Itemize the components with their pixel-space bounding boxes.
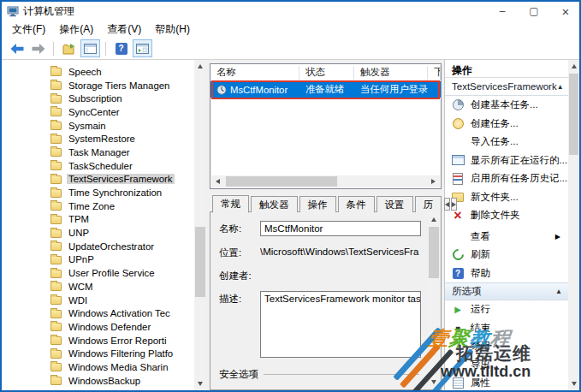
action-item[interactable]: 禁用 ▶	[445, 337, 568, 356]
action-item[interactable]: 导入任务... ▶	[445, 133, 568, 151]
tree-item[interactable]: Task Manager	[50, 146, 194, 159]
no-icon	[451, 135, 465, 149]
tree-scrollbar-thumb[interactable]	[195, 227, 205, 297]
actions-scrollbar[interactable]	[568, 60, 579, 390]
tree-item[interactable]: Windows Media Sharin	[50, 360, 194, 374]
action-item[interactable]: 新文件夹... ▶	[445, 188, 568, 207]
properties-scrollbar[interactable]	[428, 213, 440, 389]
field-name-label: 名称:	[219, 221, 260, 235]
tree-item[interactable]: TaskScheduler	[50, 159, 194, 173]
tree-item[interactable]: Windows Activation Tec	[50, 306, 194, 320]
forward-button[interactable]	[28, 39, 48, 57]
column-header-status[interactable]: 状态	[299, 66, 354, 80]
properties-tab[interactable]: 操作	[299, 196, 336, 212]
action-item[interactable]: 创建基本任务... ▶	[445, 96, 568, 115]
actions-section-folder-header[interactable]: TextServicesFramework ▲	[445, 78, 568, 96]
action-item[interactable]: 查看 ▶	[445, 228, 568, 246]
tree-item[interactable]: Subscription	[50, 92, 194, 105]
tree-item[interactable]: SyncCenter	[50, 105, 194, 119]
menu-item[interactable]: 文件(F)	[5, 22, 52, 37]
tab-scroll-left-icon[interactable]	[444, 198, 450, 211]
tree-item[interactable]: UpdateOrchestrator	[50, 240, 194, 253]
close-button[interactable]: ×	[552, 2, 579, 21]
export-list-button[interactable]	[59, 39, 79, 57]
task-list-hscrollbar[interactable]	[211, 175, 440, 187]
tree-item[interactable]: Windows Filtering Platfo	[50, 347, 194, 360]
collapse-icon[interactable]: ▲	[557, 83, 564, 91]
task-list: 名称 状态 触发器 下 MsCtfMonitor 准备就绪 当任何用户登录时	[210, 63, 442, 189]
tree-scrollbar[interactable]	[194, 60, 206, 390]
tree-item[interactable]: Time Zone	[50, 199, 194, 213]
folder-icon	[50, 270, 62, 278]
collapse-icon[interactable]: ▲	[555, 288, 562, 295]
action-item[interactable]: 属性 ▶	[445, 374, 568, 390]
action-item[interactable]: 运行 ▶	[445, 300, 568, 319]
tree-item[interactable]: Sysmain	[50, 119, 194, 133]
scroll-right-icon[interactable]	[427, 175, 440, 187]
tree-item[interactable]: User Profile Service	[50, 266, 194, 280]
column-header-next-run[interactable]: 下	[428, 66, 441, 80]
action-item[interactable]: 显示所有正在运行的... ▶	[445, 151, 568, 170]
tree-item[interactable]: Windows Error Reporti	[50, 334, 194, 347]
refresh-icon	[451, 248, 465, 262]
folder-icon	[50, 202, 62, 211]
actions-section-selected-title: 所选项	[452, 285, 482, 298]
actions-scrollbar-thumb[interactable]	[569, 74, 578, 155]
description-textarea[interactable]: TextServicesFramework monitor tas	[260, 291, 421, 358]
scroll-up-icon[interactable]	[568, 60, 579, 73]
scroll-down-icon[interactable]	[428, 376, 440, 389]
console-window-button[interactable]	[80, 39, 100, 57]
scroll-up-icon[interactable]	[194, 60, 206, 73]
tree-item[interactable]: Storage Tiers Managen	[50, 79, 194, 92]
tree-item[interactable]: TPM	[50, 213, 194, 227]
console-tree-panel: Speech Storage Tiers Managen Subscriptio…	[2, 60, 206, 390]
tree-item-label: SystemRestore	[67, 134, 137, 144]
tree-item[interactable]: SystemRestore	[50, 132, 194, 146]
back-button[interactable]	[7, 39, 27, 57]
name-input[interactable]: MsCtfMonitor	[260, 221, 421, 236]
tree-item[interactable]: WDI	[50, 294, 194, 307]
column-header-name[interactable]: 名称	[210, 66, 299, 80]
menu-item[interactable]: 操作(A)	[52, 22, 100, 37]
tree-item[interactable]: UPnP	[50, 253, 194, 267]
task-row-msctfmonitor[interactable]: MsCtfMonitor 准备就绪 当任何用户登录时	[210, 81, 441, 98]
help-icon: ?	[116, 43, 127, 55]
properties-tab[interactable]: 设置	[376, 196, 413, 212]
scroll-up-icon[interactable]	[428, 213, 440, 226]
properties-tab[interactable]: 常规	[212, 195, 249, 213]
scroll-down-icon[interactable]	[568, 377, 579, 390]
properties-tab[interactable]: 触发器	[251, 196, 298, 212]
scroll-left-icon[interactable]	[211, 175, 224, 187]
scroll-down-icon[interactable]	[194, 377, 206, 390]
action-item-label: 导出...	[471, 359, 499, 371]
tree-item[interactable]: Speech	[50, 65, 194, 79]
tree-item-label: UPnP	[67, 254, 96, 264]
action-item[interactable]: 删除文件夹 ▶	[445, 206, 568, 225]
action-item[interactable]: 创建任务... ▶	[445, 115, 568, 134]
tree-item[interactable]: UNP	[50, 226, 194, 240]
tab-scroll-right-icon[interactable]	[451, 198, 457, 211]
action-item[interactable]: 启用所有任务历史记... ▶	[445, 169, 568, 188]
tree-item[interactable]: Time Synchronization	[50, 186, 194, 199]
help-button[interactable]: ?	[111, 39, 131, 57]
action-item[interactable]: 结束 ▶	[445, 319, 568, 338]
action-item[interactable]: 刷新 ▶	[445, 246, 568, 264]
menu-item[interactable]: 帮助(H)	[148, 22, 197, 37]
tree-item[interactable]: WCM	[50, 280, 194, 294]
properties-tab[interactable]: 历	[415, 196, 442, 212]
maximize-button[interactable]: ▢	[520, 2, 548, 21]
tree-item[interactable]: TextServicesFramework	[50, 173, 194, 187]
tree-item[interactable]: WindowsBackup	[50, 374, 194, 388]
column-header-trigger[interactable]: 触发器	[354, 66, 428, 80]
minimize-button[interactable]: –	[489, 2, 516, 21]
properties-scrollbar-thumb[interactable]	[429, 227, 439, 278]
action-item[interactable]: 导出... ▶	[445, 356, 568, 375]
tree-item[interactable]: Windows Defender	[50, 320, 194, 334]
properties-tab[interactable]: 条件	[338, 196, 375, 212]
menu-item[interactable]: 查看(V)	[100, 22, 148, 37]
location-value: \Microsoft\Windows\TextServicesFra	[260, 245, 423, 257]
hscrollbar-thumb[interactable]	[226, 176, 337, 187]
action-item[interactable]: 帮助 ▶	[445, 264, 568, 283]
actions-section-selected-header[interactable]: 所选项 ▲	[445, 282, 568, 300]
show-hide-tree-button[interactable]	[133, 39, 152, 57]
